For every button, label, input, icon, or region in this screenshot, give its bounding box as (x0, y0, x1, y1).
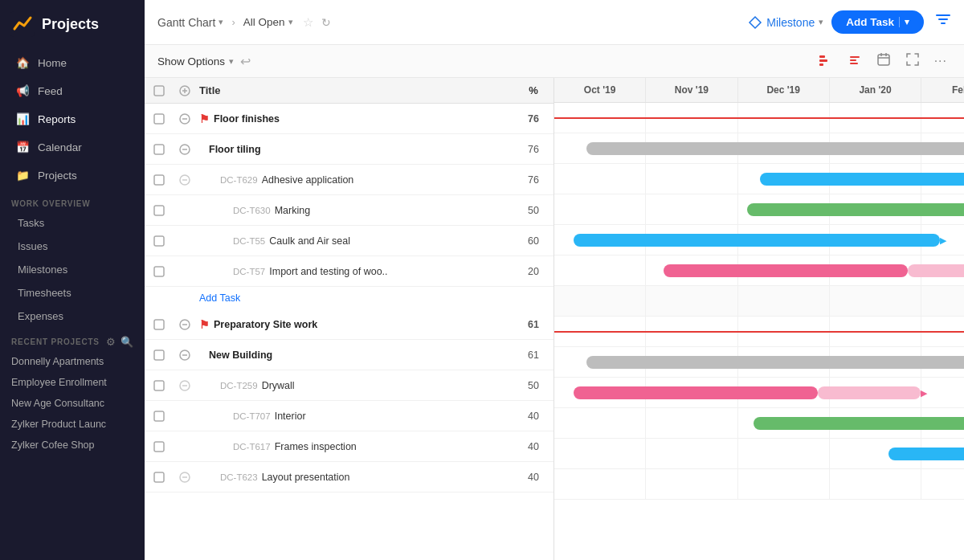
sidebar-item-tasks[interactable]: Tasks (0, 211, 145, 235)
milestone-arrow: ▾ (819, 17, 823, 27)
row-check[interactable] (145, 260, 174, 284)
show-options-button[interactable]: Show Options ▾ (157, 55, 234, 67)
chart-row-caulk[interactable]: ▶ (554, 225, 964, 255)
row-expand[interactable] (174, 174, 196, 186)
task-row[interactable]: DC-T707 Interior 40 (145, 401, 553, 431)
toolbar-right: ··· (815, 50, 951, 72)
task-percent: 40 (513, 467, 553, 488)
undo-button[interactable]: ↩ (240, 54, 251, 69)
toolbar: Show Options ▾ ↩ (145, 45, 964, 78)
gantt-wrapper: Title % ⚑ Floor finishes 76 (145, 78, 964, 560)
chart-row-adhesive[interactable]: ▶ (554, 164, 964, 194)
chart-row-drywall[interactable]: ▶ (554, 378, 964, 408)
svg-rect-5 (850, 59, 856, 61)
check-all-col[interactable] (145, 79, 174, 103)
task-title: ⚑ Floor finishes (196, 108, 513, 130)
row-expand[interactable] (174, 113, 196, 125)
filter-icon[interactable] (935, 12, 951, 32)
row-check[interactable] (145, 343, 174, 367)
task-row[interactable]: DC-T629 Adhesive application 76 (145, 165, 553, 195)
add-task-button[interactable]: Add Task ▾ (831, 10, 924, 34)
add-task-row-1[interactable]: Add Task (145, 287, 553, 309)
timeline-button[interactable] (844, 50, 866, 72)
row-check[interactable] (145, 313, 174, 337)
chart-row-interior[interactable]: ▶ (554, 408, 964, 439)
task-row[interactable]: ⚑ Preparatory Site work 61 (145, 309, 553, 340)
row-check[interactable] (145, 229, 174, 253)
task-row[interactable]: DC-T57 Import and testing of woo.. 20 (145, 256, 553, 287)
sidebar-item-feed[interactable]: 📢 Feed (5, 77, 140, 104)
month-jan20: Jan '20 (830, 78, 921, 102)
favorite-icon[interactable]: ☆ (303, 15, 313, 30)
row-expand[interactable] (174, 472, 196, 483)
task-row[interactable]: New Building 61 (145, 340, 553, 370)
sidebar-item-reports[interactable]: 📊 Reports (5, 105, 140, 133)
sidebar-item-calendar[interactable]: 📅 Calendar (5, 133, 140, 161)
chart-row-add-task (554, 286, 964, 317)
all-open-dropdown[interactable]: All Open ▾ (243, 16, 293, 28)
row-check[interactable] (145, 107, 174, 131)
topbar-right: Milestone ▾ Add Task ▾ (748, 10, 951, 34)
show-options-label: Show Options (157, 55, 225, 67)
task-row[interactable]: DC-T617 Frames inspection 40 (145, 431, 553, 462)
row-check[interactable] (145, 168, 174, 192)
svg-rect-21 (154, 175, 164, 185)
more-dots-icon: ··· (934, 54, 947, 67)
gantt-chart-panel[interactable]: Oct '19 Nov '19 Dec '19 Jan '20 Feb'20 M… (554, 78, 964, 560)
row-expand[interactable] (174, 349, 196, 361)
recent-search-icon[interactable]: 🔍 (120, 336, 133, 348)
recent-project-zylker[interactable]: Zylker Product Launc (0, 414, 145, 435)
fullscreen-button[interactable] (901, 50, 924, 72)
calendar-view-button[interactable] (872, 50, 895, 72)
sidebar-item-expenses[interactable]: Expenses (0, 305, 145, 328)
chart-row-frames[interactable]: ▶ (554, 439, 964, 469)
collapse-icon (179, 144, 190, 155)
task-row[interactable]: DC-T623 Layout presentation 40 (145, 462, 553, 493)
chart-row-floor-tiling[interactable] (554, 133, 964, 164)
logo[interactable]: Projects (0, 0, 145, 48)
row-check[interactable] (145, 404, 174, 428)
task-row[interactable]: DC-T55 Caulk and Air seal 60 (145, 226, 553, 256)
row-expand[interactable] (174, 380, 196, 391)
recent-project-donnelly[interactable]: Donnelly Apartments (0, 351, 145, 372)
refresh-icon[interactable]: ↻ (321, 16, 331, 29)
row-check[interactable] (145, 374, 174, 398)
gantt-view-button[interactable] (815, 50, 837, 72)
chart-row-layout[interactable] (554, 469, 964, 500)
chart-row-import[interactable]: ▶ (554, 255, 964, 286)
all-open-label: All Open (243, 16, 285, 28)
recent-filter-icon[interactable]: ⚙ (106, 336, 116, 348)
svg-rect-24 (154, 206, 164, 215)
month-feb20: Feb'20 (921, 78, 964, 102)
recent-project-newage[interactable]: New Age Consultanc (0, 393, 145, 414)
sidebar-item-timesheets[interactable]: Timesheets (0, 281, 145, 305)
chart-row-floor-finishes[interactable]: ▶ − + ⬜ (554, 103, 964, 133)
sidebar-item-milestones[interactable]: Milestones (0, 258, 145, 281)
task-title: DC-T617 Frames inspection (196, 436, 513, 457)
sidebar-item-projects[interactable]: 📁 Projects (5, 161, 140, 189)
sidebar-item-issues[interactable]: Issues (0, 235, 145, 258)
task-row[interactable]: ⚑ Floor finishes 76 (145, 104, 553, 134)
more-options-button[interactable]: ··· (930, 51, 951, 71)
row-check[interactable] (145, 465, 174, 489)
recent-project-employee[interactable]: Employee Enrollment (0, 372, 145, 393)
task-row[interactable]: Floor tiling 76 (145, 134, 553, 165)
chart-row-prep-site[interactable]: ▶ (554, 317, 964, 347)
collapse-icon (179, 319, 190, 330)
task-row[interactable]: DC-T630 Marking 50 (145, 195, 553, 226)
row-expand[interactable] (174, 319, 196, 330)
expand-all-icon[interactable] (179, 85, 190, 96)
gantt-chart-dropdown[interactable]: Gantt Chart ▾ (157, 16, 223, 29)
sidebar-nav: 🏠 Home 📢 Feed 📊 Reports 📅 Calendar 📁 Pro… (0, 48, 145, 190)
row-check[interactable] (145, 435, 174, 459)
row-check[interactable] (145, 137, 174, 161)
row-check[interactable] (145, 198, 174, 223)
chart-row-new-building[interactable] (554, 347, 964, 378)
milestone-dropdown[interactable]: Milestone ▾ (748, 15, 823, 30)
recent-project-coffee[interactable]: Zylker Cofee Shop (0, 435, 145, 456)
task-row[interactable]: DC-T259 Drywall 50 (145, 370, 553, 401)
row-expand[interactable] (174, 144, 196, 155)
sidebar-item-home[interactable]: 🏠 Home (5, 49, 140, 76)
chart-row-marking[interactable] (554, 194, 964, 225)
select-all-icon (153, 85, 165, 96)
